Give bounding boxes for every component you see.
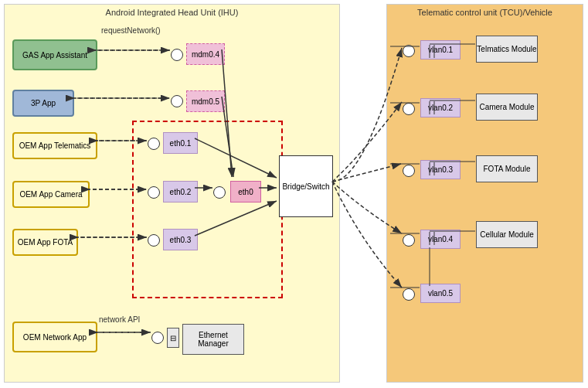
- eth-mgr-connector: ⊟: [167, 328, 179, 348]
- threep-app-box: 3P App: [12, 90, 74, 117]
- circle-eth02-left: [148, 186, 160, 199]
- camera-module-box: Camera Module: [476, 94, 538, 121]
- network-api-label: network API: [99, 315, 140, 324]
- eth03-label: eth0.3: [170, 236, 192, 244]
- circle-vlan03: [403, 165, 415, 177]
- vlan01-label: vlan0.1: [428, 46, 453, 54]
- vlan01-box: vlan0.1: [420, 40, 461, 60]
- tcu-panel: Telematic control unit (TCU)/Vehicle vla…: [386, 4, 583, 383]
- gas-app-box: GAS App Assistant: [12, 39, 97, 70]
- oem-fota-label: OEM App FOTA: [18, 238, 73, 247]
- telmatics-module-label: Telmatics Module: [477, 45, 536, 53]
- camera-module-label: Camera Module: [479, 103, 534, 111]
- eth-manager-label: Ethernet Manager: [183, 331, 243, 348]
- circle-vlan02: [403, 103, 415, 115]
- vlan05-label: vlan0.5: [428, 289, 453, 298]
- oem-telematics-box: OEM App Telematics: [12, 132, 97, 159]
- circle-vlan05: [403, 288, 415, 301]
- ihu-title: Android Integrated Head Unit (IHU): [106, 8, 239, 17]
- eth02-box: eth0.2: [163, 181, 198, 203]
- circle-vlan04: [403, 234, 415, 247]
- fota-module-box: FOTA Module: [476, 155, 538, 182]
- circle-vlan01: [403, 45, 415, 57]
- eth02-label: eth0.2: [170, 188, 192, 196]
- oem-telematics-label: OEM App Telematics: [19, 141, 91, 150]
- bridge-switch-box: Bridge/Switch: [279, 155, 333, 217]
- vlan02-label: vlan0.2: [428, 104, 453, 112]
- eth03-box: eth0.3: [163, 229, 198, 250]
- mdm04-box: mdm0.4: [186, 43, 225, 65]
- circle-eth0-from-eth02: [213, 186, 226, 199]
- vlan04-label: vlan0.4: [428, 235, 453, 243]
- fota-module-label: FOTA Module: [484, 165, 531, 173]
- cellular-module-label: Cellular Module: [480, 230, 533, 239]
- eth0-label: eth0: [238, 188, 253, 196]
- eth01-box: eth0.1: [163, 132, 198, 154]
- oem-network-label: OEM Network App: [23, 333, 87, 342]
- eth0-box: eth0: [230, 181, 261, 203]
- circle-eth-mgr: [151, 332, 164, 344]
- vlan02-box: vlan0.2: [420, 98, 461, 117]
- tcu-title: Telematic control unit (TCU)/Vehicle: [417, 8, 552, 17]
- circle-eth01-left: [148, 138, 160, 150]
- eth01-label: eth0.1: [170, 139, 192, 148]
- cellular-module-box: Cellular Module: [476, 221, 538, 248]
- vlan05-box: vlan0.5: [420, 284, 461, 303]
- mdm05-label: mdm0.5: [192, 97, 219, 106]
- circle-mdm05-left: [171, 95, 183, 107]
- bridge-switch-label: Bridge/Switch: [282, 182, 329, 191]
- ihu-panel: Android Integrated Head Unit (IHU) GAS A…: [4, 4, 340, 383]
- circle-mdm04-left: [171, 49, 183, 61]
- oem-camera-box: OEM App Camera: [12, 181, 90, 208]
- eth-manager-box: Ethernet Manager: [182, 324, 244, 355]
- telmatics-module-box: Telmatics Module: [476, 36, 538, 63]
- vlan04-box: vlan0.4: [420, 230, 461, 249]
- circle-eth03-left: [148, 234, 160, 247]
- gas-app-label: GAS App Assistant: [22, 51, 87, 60]
- vlan03-box: vlan0.3: [420, 160, 461, 179]
- threep-app-label: 3P App: [31, 99, 56, 107]
- oem-camera-label: OEM App Camera: [19, 190, 82, 199]
- vlan03-label: vlan0.3: [428, 165, 453, 174]
- mdm04-label: mdm0.4: [192, 50, 219, 59]
- oem-network-box: OEM Network App: [12, 322, 97, 352]
- oem-fota-box: OEM App FOTA: [12, 229, 78, 256]
- mdm05-box: mdm0.5: [186, 90, 225, 112]
- request-network-label: requestNetwork(): [101, 26, 161, 35]
- main-container: Android Integrated Head Unit (IHU) GAS A…: [0, 0, 588, 388]
